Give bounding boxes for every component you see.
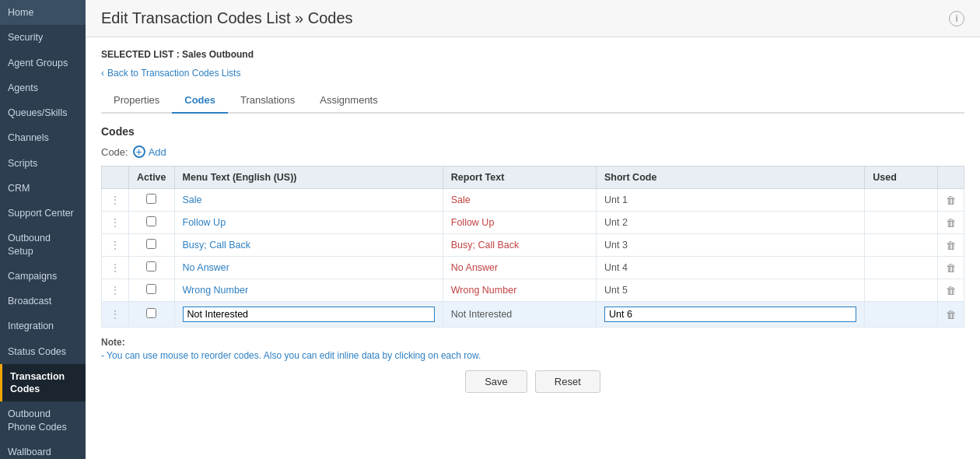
reset-button[interactable]: Reset — [535, 370, 600, 393]
add-button-label: Add — [149, 146, 166, 158]
menu-text-cell[interactable] — [174, 302, 443, 328]
selected-list-value: : Sales Outbound — [177, 49, 254, 60]
table-body: ⋮SaleSaleUnt 1🗑⋮Follow UpFollow UpUnt 2🗑… — [102, 189, 964, 328]
menu-text-cell: No Answer — [174, 257, 443, 279]
active-checkbox-cell — [129, 234, 175, 257]
used-cell — [865, 212, 938, 234]
sidebar-item-broadcast[interactable]: Broadcast — [0, 289, 86, 314]
table-row[interactable]: ⋮SaleSaleUnt 1🗑 — [102, 189, 964, 212]
active-checkbox-cell — [129, 302, 175, 328]
note-title: Note: — [101, 337, 964, 348]
delete-row-button[interactable]: 🗑 — [946, 309, 956, 321]
menu-text-cell: Sale — [174, 189, 443, 212]
menu-text-cell: Wrong Number — [174, 279, 443, 302]
tab-assignments[interactable]: Assignments — [307, 88, 390, 114]
sidebar-item-outbound-setup[interactable]: Outbound Setup — [0, 226, 86, 264]
menu-text-input[interactable] — [183, 307, 435, 322]
tab-codes[interactable]: Codes — [172, 88, 228, 114]
sidebar-item-agent-groups[interactable]: Agent Groups — [0, 51, 86, 75]
sidebar-item-security[interactable]: Security — [0, 25, 86, 50]
delete-cell: 🗑 — [938, 234, 964, 257]
sidebar-item-wallboard[interactable]: Wallboard — [0, 440, 86, 459]
add-code-button[interactable]: + Add — [133, 145, 166, 158]
drag-handle: ⋮ — [102, 279, 129, 302]
active-checkbox-cell — [129, 257, 175, 279]
used-cell — [865, 257, 938, 279]
delete-row-button[interactable]: 🗑 — [946, 285, 956, 296]
active-checkbox-cell — [129, 189, 175, 212]
table-row[interactable]: ⋮Follow UpFollow UpUnt 2🗑 — [102, 212, 964, 234]
active-checkbox[interactable] — [146, 239, 156, 249]
sidebar-item-outbound-phone-codes[interactable]: Outbound Phone Codes — [0, 401, 86, 440]
drag-handle: ⋮ — [102, 257, 129, 279]
tab-properties[interactable]: Properties — [101, 88, 172, 114]
sidebar-item-integration[interactable]: Integration — [0, 314, 86, 338]
sidebar-item-scripts[interactable]: Scripts — [0, 151, 86, 176]
sidebar-item-status-codes[interactable]: Status Codes — [0, 339, 86, 364]
short-code-cell: Unt 1 — [597, 189, 865, 212]
tab-translations[interactable]: Translations — [228, 88, 307, 114]
table-row[interactable]: ⋮Wrong NumberWrong NumberUnt 5🗑 — [102, 279, 964, 302]
active-checkbox[interactable] — [146, 284, 156, 294]
back-arrow-icon: ‹ — [101, 68, 104, 79]
content-area: SELECTED LIST : Sales Outbound ‹ Back to… — [86, 37, 980, 459]
sidebar-item-campaigns[interactable]: Campaigns — [0, 264, 86, 289]
active-checkbox[interactable] — [146, 194, 156, 204]
sidebar-item-support-center[interactable]: Support Center — [0, 201, 86, 226]
sidebar-item-crm[interactable]: CRM — [0, 176, 86, 201]
sidebar-item-queues-skills[interactable]: Queues/Skills — [0, 100, 86, 125]
menu-text-cell: Follow Up — [174, 212, 443, 234]
short-code-input[interactable] — [604, 307, 856, 322]
table-row[interactable]: ⋮Not Interested🗑 — [102, 302, 964, 328]
col-delete — [938, 166, 964, 189]
active-checkbox-cell — [129, 279, 175, 302]
sidebar-item-agents[interactable]: Agents — [0, 75, 86, 100]
sidebar-item-home[interactable]: Home — [0, 0, 86, 25]
col-used: Used — [865, 166, 938, 189]
delete-cell: 🗑 — [938, 302, 964, 328]
footer-buttons: Save Reset — [101, 361, 964, 402]
table-header-row: Active Menu Text (English (US)) Report T… — [102, 166, 964, 189]
short-code-cell: Unt 5 — [597, 279, 865, 302]
used-cell — [865, 189, 938, 212]
delete-cell: 🗑 — [938, 279, 964, 302]
tabs-container: PropertiesCodesTranslationsAssignments — [101, 88, 964, 114]
page-header: Edit Transaction Codes List » Codes i — [86, 0, 980, 37]
delete-cell: 🗑 — [938, 257, 964, 279]
delete-row-button[interactable]: 🗑 — [946, 194, 956, 206]
active-checkbox-cell — [129, 212, 175, 234]
report-text-cell: Follow Up — [443, 212, 596, 234]
note-text: - You can use mouse to reorder codes. Al… — [101, 350, 964, 361]
delete-row-button[interactable]: 🗑 — [946, 262, 956, 274]
report-text-cell: Wrong Number — [443, 279, 596, 302]
active-checkbox[interactable] — [146, 308, 156, 318]
table-row[interactable]: ⋮No AnswerNo AnswerUnt 4🗑 — [102, 257, 964, 279]
short-code-cell — [597, 302, 865, 328]
page-title: Edit Transaction Codes List » Codes — [101, 9, 353, 27]
back-link[interactable]: ‹ Back to Transaction Codes Lists — [101, 68, 964, 79]
code-label: Code: — [101, 146, 128, 158]
short-code-cell: Unt 3 — [597, 234, 865, 257]
used-cell — [865, 234, 938, 257]
delete-row-button[interactable]: 🗑 — [946, 240, 956, 251]
used-cell — [865, 302, 938, 328]
back-link-text: Back to Transaction Codes Lists — [107, 68, 240, 79]
selected-list-label: SELECTED LIST : Sales Outbound — [101, 49, 964, 60]
report-text-cell: Busy; Call Back — [443, 234, 596, 257]
col-active-label: Active — [129, 166, 175, 189]
drag-handle: ⋮ — [102, 212, 129, 234]
short-code-cell: Unt 2 — [597, 212, 865, 234]
active-checkbox[interactable] — [146, 261, 156, 272]
save-button[interactable]: Save — [465, 370, 527, 393]
drag-handle: ⋮ — [102, 302, 129, 328]
info-icon[interactable]: i — [949, 11, 964, 26]
sidebar-item-channels[interactable]: Channels — [0, 125, 86, 150]
sidebar-item-transaction-codes[interactable]: Transaction Codes — [0, 364, 86, 402]
delete-row-button[interactable]: 🗑 — [946, 217, 956, 229]
active-checkbox[interactable] — [146, 216, 156, 226]
col-report-text: Report Text — [443, 166, 596, 189]
table-row[interactable]: ⋮Busy; Call BackBusy; Call BackUnt 3🗑 — [102, 234, 964, 257]
drag-handle: ⋮ — [102, 189, 129, 212]
used-cell — [865, 279, 938, 302]
report-text-cell: Not Interested — [443, 302, 596, 328]
